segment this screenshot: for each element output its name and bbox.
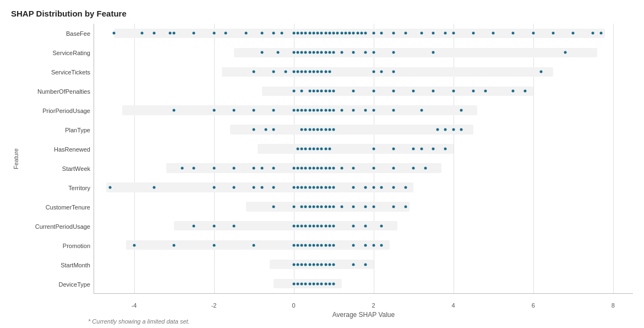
dot-basefee bbox=[512, 32, 515, 35]
dot-servicetickets bbox=[372, 71, 375, 73]
dot-customertenure bbox=[312, 205, 315, 208]
dot-customertenure bbox=[372, 205, 375, 208]
y-label-customertenure: CustomerTenure bbox=[22, 199, 90, 216]
dot-promotion bbox=[312, 244, 315, 246]
dot-plantype bbox=[460, 128, 463, 131]
dot-promotion bbox=[212, 244, 215, 246]
feature-band-hasrenewed bbox=[258, 144, 453, 153]
dot-customertenure bbox=[328, 205, 331, 208]
dot-territory bbox=[312, 186, 315, 189]
dot-priorperiodusage bbox=[292, 109, 295, 112]
dot-startweek bbox=[296, 166, 299, 169]
y-label-startweek: StartWeek bbox=[22, 160, 90, 177]
dot-servicerating bbox=[276, 51, 279, 54]
dot-currentperiodusage bbox=[352, 224, 355, 227]
dot-servicetickets bbox=[285, 71, 287, 73]
dot-customertenure bbox=[304, 205, 307, 208]
dot-priorperiodusage bbox=[328, 109, 331, 112]
dot-plantype bbox=[253, 128, 255, 131]
dot-basefee bbox=[360, 32, 363, 35]
dot-startweek bbox=[308, 166, 311, 169]
dot-devicetype bbox=[320, 282, 323, 285]
dot-priorperiodusage bbox=[272, 109, 275, 112]
dot-territory bbox=[260, 186, 263, 189]
dot-plantype bbox=[324, 128, 327, 131]
dot-numberofpenalties bbox=[432, 90, 435, 93]
dot-customertenure bbox=[301, 205, 303, 208]
dot-hasrenewed bbox=[420, 148, 423, 150]
dot-currentperiodusage bbox=[364, 224, 367, 227]
dot-basefee bbox=[356, 32, 359, 35]
dot-devicetype bbox=[324, 282, 327, 285]
feature-band-startweek bbox=[166, 163, 441, 173]
dot-basefee bbox=[340, 32, 343, 35]
grid-line bbox=[613, 24, 614, 293]
dot-startmonth bbox=[324, 263, 327, 266]
dot-servicerating bbox=[372, 51, 375, 54]
dot-devicetype bbox=[292, 282, 295, 285]
dot-servicetickets bbox=[320, 71, 323, 73]
dot-customertenure bbox=[392, 205, 395, 208]
dot-numberofpenalties bbox=[328, 90, 331, 93]
dot-startweek bbox=[340, 166, 343, 169]
dot-territory bbox=[152, 186, 155, 189]
dot-numberofpenalties bbox=[312, 90, 315, 93]
dot-territory bbox=[352, 186, 355, 189]
dot-servicerating bbox=[312, 51, 315, 54]
dot-servicerating bbox=[340, 51, 343, 54]
dot-basefee bbox=[352, 32, 355, 35]
dot-servicerating bbox=[332, 51, 335, 54]
dot-startweek bbox=[272, 166, 275, 169]
dot-customertenure bbox=[332, 205, 335, 208]
dot-territory bbox=[324, 186, 327, 189]
dot-numberofpenalties bbox=[308, 90, 311, 93]
dot-servicerating bbox=[296, 51, 299, 54]
grid-line bbox=[454, 24, 454, 293]
dot-numberofpenalties bbox=[472, 90, 474, 93]
dot-plantype bbox=[308, 128, 311, 131]
dot-numberofpenalties bbox=[352, 90, 355, 93]
dot-promotion bbox=[380, 244, 383, 246]
dot-basefee bbox=[168, 32, 171, 35]
dot-startweek bbox=[372, 166, 375, 169]
dot-servicetickets bbox=[392, 71, 395, 73]
dot-hasrenewed bbox=[444, 148, 447, 150]
dot-startweek bbox=[424, 166, 427, 169]
dot-currentperiodusage bbox=[292, 224, 295, 227]
dot-priorperiodusage bbox=[332, 109, 335, 112]
dot-startweek bbox=[304, 166, 307, 169]
dot-promotion bbox=[332, 244, 335, 246]
dot-numberofpenalties bbox=[452, 90, 455, 93]
x-tick: 2 bbox=[372, 302, 375, 309]
dot-hasrenewed bbox=[301, 148, 303, 150]
dot-hasrenewed bbox=[308, 148, 311, 150]
dot-servicetickets bbox=[272, 71, 275, 73]
dot-basefee bbox=[225, 32, 227, 35]
dot-basefee bbox=[404, 32, 407, 35]
dot-priorperiodusage bbox=[308, 109, 311, 112]
dot-plantype bbox=[272, 128, 275, 131]
grid-line bbox=[134, 24, 135, 293]
dot-basefee bbox=[592, 32, 594, 35]
dot-basefee bbox=[301, 32, 303, 35]
dot-basefee bbox=[324, 32, 327, 35]
dot-startmonth bbox=[364, 263, 367, 266]
dot-currentperiodusage bbox=[193, 224, 195, 227]
dot-servicetickets bbox=[292, 71, 295, 73]
dot-priorperiodusage bbox=[340, 109, 343, 112]
dot-customertenure bbox=[340, 205, 343, 208]
x-tick: 0 bbox=[292, 302, 296, 309]
dot-servicetickets bbox=[253, 71, 255, 73]
dot-servicerating bbox=[564, 51, 566, 54]
dot-servicetickets bbox=[324, 71, 327, 73]
dot-startweek bbox=[316, 166, 319, 169]
dot-priorperiodusage bbox=[296, 109, 299, 112]
dot-basefee bbox=[292, 32, 295, 35]
dot-territory bbox=[253, 186, 255, 189]
dot-servicerating bbox=[364, 51, 367, 54]
x-tick: 6 bbox=[532, 302, 535, 309]
dot-plantype bbox=[320, 128, 323, 131]
dot-basefee bbox=[260, 32, 263, 35]
dot-customertenure bbox=[316, 205, 319, 208]
dot-servicerating bbox=[324, 51, 327, 54]
